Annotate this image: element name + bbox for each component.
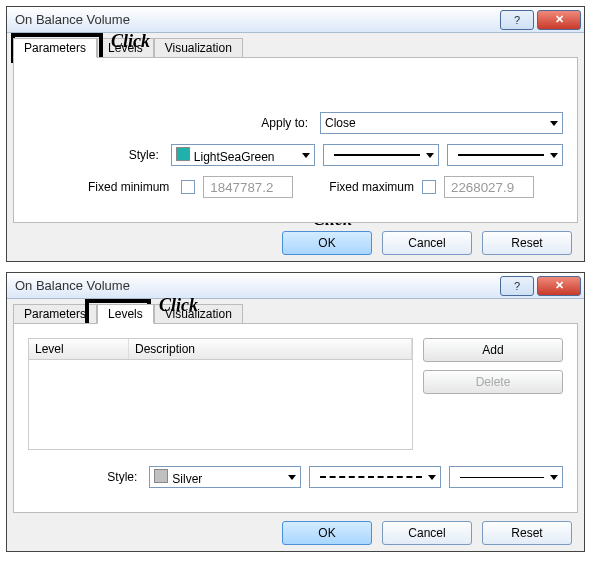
col-description: Description bbox=[129, 339, 412, 359]
close-button[interactable]: ✕ bbox=[537, 276, 581, 296]
fixed-min-checkbox[interactable] bbox=[181, 180, 195, 194]
style-label: Style: bbox=[28, 470, 141, 484]
line-width-preview bbox=[460, 477, 544, 478]
dialog-parameters: On Balance Volume ? ✕ Parameters Levels … bbox=[6, 6, 585, 262]
line-style-preview bbox=[320, 476, 423, 478]
dialog-buttons: OK Cancel Reset bbox=[13, 231, 578, 255]
line-width-preview bbox=[458, 154, 544, 156]
levels-panel: Level Description Add Delete Style: Silv… bbox=[13, 323, 578, 513]
add-button[interactable]: Add bbox=[423, 338, 563, 362]
cancel-button[interactable]: Cancel bbox=[382, 521, 472, 545]
titlebar: On Balance Volume ? ✕ bbox=[7, 273, 584, 299]
chevron-down-icon bbox=[288, 475, 296, 480]
dialog-buttons: OK Cancel Reset bbox=[13, 521, 578, 545]
color-swatch bbox=[154, 469, 168, 483]
apply-to-select[interactable]: Close bbox=[320, 112, 563, 134]
tab-levels[interactable]: Levels bbox=[97, 38, 154, 58]
style-width-select[interactable] bbox=[449, 466, 563, 488]
fixed-min-input[interactable] bbox=[203, 176, 293, 198]
fixed-max-input[interactable] bbox=[444, 176, 534, 198]
style-color-value: Silver bbox=[172, 472, 202, 486]
delete-button[interactable]: Delete bbox=[423, 370, 563, 394]
help-button[interactable]: ? bbox=[500, 276, 534, 296]
style-color-value: LightSeaGreen bbox=[194, 150, 275, 164]
chevron-down-icon bbox=[550, 121, 558, 126]
style-color-select[interactable]: LightSeaGreen bbox=[171, 144, 316, 166]
line-style-preview bbox=[334, 154, 420, 156]
dialog-levels: On Balance Volume ? ✕ Parameters Levels … bbox=[6, 272, 585, 552]
titlebar: On Balance Volume ? ✕ bbox=[7, 7, 584, 33]
col-level: Level bbox=[29, 339, 129, 359]
reset-button[interactable]: Reset bbox=[482, 231, 572, 255]
fixed-max-label: Fixed maximum bbox=[329, 180, 414, 194]
window-title: On Balance Volume bbox=[15, 12, 500, 27]
tab-visualization[interactable]: Visualization bbox=[154, 304, 243, 324]
reset-button[interactable]: Reset bbox=[482, 521, 572, 545]
style-line-select[interactable] bbox=[323, 144, 439, 166]
tab-levels[interactable]: Levels bbox=[97, 304, 154, 324]
apply-to-label: Apply to: bbox=[28, 116, 312, 130]
cancel-button[interactable]: Cancel bbox=[382, 231, 472, 255]
style-color-select[interactable]: Silver bbox=[149, 466, 300, 488]
tabstrip: Parameters Levels Visualization bbox=[13, 37, 578, 57]
help-button[interactable]: ? bbox=[500, 10, 534, 30]
chevron-down-icon bbox=[428, 475, 436, 480]
ok-button[interactable]: OK bbox=[282, 231, 372, 255]
parameters-panel: Apply to: Close Style: LightSeaGreen bbox=[13, 57, 578, 223]
style-width-select[interactable] bbox=[447, 144, 563, 166]
close-button[interactable]: ✕ bbox=[537, 10, 581, 30]
ok-button[interactable]: OK bbox=[282, 521, 372, 545]
tab-visualization[interactable]: Visualization bbox=[154, 38, 243, 58]
tab-parameters[interactable]: Parameters bbox=[13, 304, 97, 324]
style-label: Style: bbox=[28, 148, 163, 162]
levels-table-body[interactable] bbox=[28, 360, 413, 450]
window-title: On Balance Volume bbox=[15, 278, 500, 293]
chevron-down-icon bbox=[550, 475, 558, 480]
chevron-down-icon bbox=[302, 153, 310, 158]
levels-table-header: Level Description bbox=[28, 338, 413, 360]
chevron-down-icon bbox=[426, 153, 434, 158]
fixed-max-checkbox[interactable] bbox=[422, 180, 436, 194]
style-line-select[interactable] bbox=[309, 466, 442, 488]
chevron-down-icon bbox=[550, 153, 558, 158]
color-swatch bbox=[176, 147, 190, 161]
apply-to-value: Close bbox=[325, 116, 356, 130]
tabstrip: Parameters Levels Visualization bbox=[13, 303, 578, 323]
tab-parameters[interactable]: Parameters bbox=[13, 38, 97, 58]
fixed-min-label: Fixed minimum bbox=[88, 180, 173, 194]
